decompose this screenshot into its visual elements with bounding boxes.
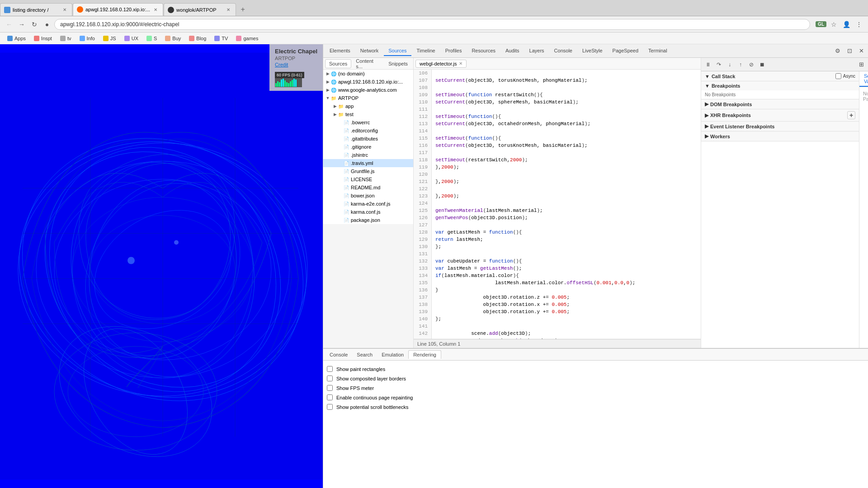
reload-button[interactable]: ↻ — [29, 19, 40, 30]
tree-label: .editorconfig — [351, 128, 378, 133]
bookmark-tv2[interactable]: TV — [211, 35, 231, 42]
devtools-tab-audits[interactable]: Audits — [501, 46, 524, 56]
file-tab-webgl[interactable]: webgl-detector.js ✕ — [415, 60, 467, 68]
scroll-bottlenecks-checkbox[interactable] — [327, 404, 333, 410]
snippets-tab[interactable]: Snippets — [385, 60, 411, 68]
pause-on-exceptions-btn[interactable]: ⏹ — [757, 60, 767, 70]
tree-item-karma-e2e[interactable]: ▶ 📄 karma-e2e.conf.js — [323, 200, 413, 208]
tab-close-2[interactable]: ✕ — [152, 6, 159, 13]
code-editor[interactable]: 106 107 108 109 110 111 112 113 114 11 — [414, 70, 701, 339]
devtools-tab-pagespeed[interactable]: PageSpeed — [608, 46, 643, 56]
tree-item-google-analytics[interactable]: ▶ 🌐 www.google-analytics.com — [323, 86, 413, 94]
credit-link[interactable]: Credit — [275, 62, 317, 67]
file-tab-close[interactable]: ✕ — [459, 61, 462, 66]
bookmark-inspt[interactable]: Inspt — [30, 35, 56, 42]
code-line: setCurrent(object3D, sphereMesh, basicMa… — [435, 99, 697, 106]
menu-button[interactable]: ⋮ — [854, 19, 864, 30]
home-button[interactable]: ● — [42, 19, 52, 30]
rendering-tab[interactable]: Rendering — [408, 350, 441, 359]
devtools-tab-livestyle[interactable]: LiveStyle — [578, 46, 607, 56]
pause-btn[interactable]: ⏸ — [703, 60, 713, 70]
tree-item-editorconfig[interactable]: ▶ 📄 .editorconfig — [323, 127, 413, 135]
bookmark-apps[interactable]: Apps — [4, 35, 29, 42]
new-tab-button[interactable]: + — [236, 3, 249, 16]
devtools-tab-terminal[interactable]: Terminal — [644, 46, 672, 56]
tree-item-license[interactable]: ▶ 📄 LICENSE — [323, 175, 413, 183]
tab-1[interactable]: listing directory / ✕ — [0, 3, 72, 16]
dom-breakpoints-header[interactable]: ▶ DOM Breakpoints — [701, 99, 859, 109]
dom-breakpoints-label: DOM Breakpoints — [710, 102, 752, 107]
tree-item-bower-json[interactable]: ▶ 📄 bower.json — [323, 192, 413, 200]
bookmark-games[interactable]: games — [232, 35, 262, 42]
paint-rectangles-checkbox[interactable] — [327, 366, 333, 372]
bookmark-info[interactable]: Info — [76, 35, 99, 42]
forward-button[interactable]: → — [16, 19, 27, 30]
search-tab[interactable]: Search — [352, 351, 377, 359]
tree-item-test[interactable]: ▶ 📁 test — [323, 110, 413, 118]
collapse-arrow: ▶ — [705, 113, 708, 118]
bookmark-js[interactable]: JS — [99, 35, 120, 42]
add-xhr-btn[interactable]: + — [847, 111, 855, 119]
sources-tab[interactable]: Sources — [325, 59, 351, 68]
tree-item-jshintrc[interactable]: ▶ 📄 .jshintrc — [323, 151, 413, 159]
devtools-settings-btn[interactable]: ⚙ — [833, 46, 843, 56]
code-line: }; — [435, 243, 697, 250]
devtools-tab-sources[interactable]: Sources — [384, 46, 411, 56]
step-into-btn[interactable]: ↓ — [725, 60, 735, 70]
composited-borders-checkbox[interactable] — [327, 375, 333, 381]
bookmark-button[interactable]: ☆ — [828, 19, 839, 30]
bookmark-tv[interactable]: tv — [57, 35, 75, 42]
devtools-tab-elements[interactable]: Elements — [325, 46, 355, 56]
tree-item-apwgl[interactable]: ▶ 🌐 apwgl.192.168.0.120.xip.io:... — [323, 78, 413, 86]
continuous-repainting-checkbox[interactable] — [327, 394, 333, 400]
devtools-tab-profiles[interactable]: Profiles — [441, 46, 467, 56]
devtools-tab-layers[interactable]: Layers — [525, 46, 549, 56]
tab-close-1[interactable]: ✕ — [61, 6, 68, 14]
tree-item-package-json[interactable]: ▶ 📄 package.json — [323, 216, 413, 224]
tree-item-gitattributes[interactable]: ▶ 📄 .gitattributes — [323, 135, 413, 143]
devtools-tab-timeline[interactable]: Timeline — [412, 46, 440, 56]
tree-item-readme[interactable]: ▶ 📄 README.md — [323, 183, 413, 192]
bookmark-s[interactable]: S — [143, 35, 160, 42]
bookmark-blog[interactable]: Blog — [185, 35, 210, 42]
tree-item-bowerrc[interactable]: ▶ 📄 .bowerrc — [323, 118, 413, 127]
content-scripts-tab[interactable]: Content s... — [352, 58, 384, 70]
devtools-tab-network[interactable]: Network — [356, 46, 383, 56]
bookmark-ux[interactable]: UX — [121, 35, 142, 42]
event-listener-header[interactable]: ▶ Event Listener Breakpoints — [701, 122, 859, 131]
address-bar[interactable]: apwgl.192.168.0.120.xip.io:9000/#/electr… — [54, 19, 810, 30]
user-icon[interactable]: 👤 — [841, 19, 852, 30]
collapse-arrow: ▶ — [705, 133, 708, 139]
bookmark-buy[interactable]: Buy — [161, 35, 184, 42]
scope-variables-tab[interactable]: Scope Variables — [859, 71, 868, 87]
breakpoints-header[interactable]: ▼ Breakpoints — [701, 81, 859, 90]
emulation-tab[interactable]: Emulation — [377, 351, 408, 359]
devtools-close-btn[interactable]: ✕ — [856, 46, 866, 56]
console-tab[interactable]: Console — [325, 351, 352, 359]
tree-item-no-domain[interactable]: ▶ 🌐 (no domain) — [323, 70, 413, 78]
expand-btn[interactable]: ⊞ — [856, 60, 866, 70]
workers-header[interactable]: ▶ Workers — [701, 131, 859, 141]
deactivate-breakpoints-btn[interactable]: ⊘ — [746, 60, 756, 70]
step-out-btn[interactable]: ↑ — [736, 60, 745, 70]
call-stack-header[interactable]: ▼ Call Stack Async — [701, 71, 859, 81]
tab-3[interactable]: wonglok/ARTPOP ✕ — [164, 3, 236, 16]
async-check[interactable] — [835, 73, 841, 79]
fps-meter-checkbox[interactable] — [327, 385, 333, 391]
tree-item-karma-conf[interactable]: ▶ 📄 karma.conf.js — [323, 208, 413, 216]
breakpoints-content: No Breakpoints — [701, 90, 859, 99]
tree-item-app[interactable]: ▶ 📁 app — [323, 102, 413, 110]
devtools-tab-resources[interactable]: Resources — [467, 46, 500, 56]
tree-item-gruntfile[interactable]: ▶ 📄 Gruntfile.js — [323, 167, 413, 175]
tab-2[interactable]: apwgl.192.168.0.120.xip.io:... ✕ — [73, 3, 163, 16]
step-over-btn[interactable]: ↷ — [714, 60, 724, 70]
tree-item-artpop-folder[interactable]: ▼ 📁 ARTPOP — [323, 94, 413, 102]
xhr-breakpoints-header[interactable]: ▶ XHR Breakpoints + — [701, 109, 859, 121]
back-button[interactable]: ← — [4, 19, 14, 30]
devtools-dock-btn[interactable]: ⊡ — [844, 46, 854, 56]
tree-item-travis[interactable]: ▶ 📄 .travis.yml — [323, 159, 413, 167]
tab-close-3[interactable]: ✕ — [225, 6, 232, 14]
tree-item-gitignore[interactable]: ▶ 📄 .gitignore — [323, 143, 413, 151]
file-tabs-bar: webgl-detector.js ✕ — [414, 58, 701, 70]
devtools-tab-console[interactable]: Console — [550, 46, 577, 56]
